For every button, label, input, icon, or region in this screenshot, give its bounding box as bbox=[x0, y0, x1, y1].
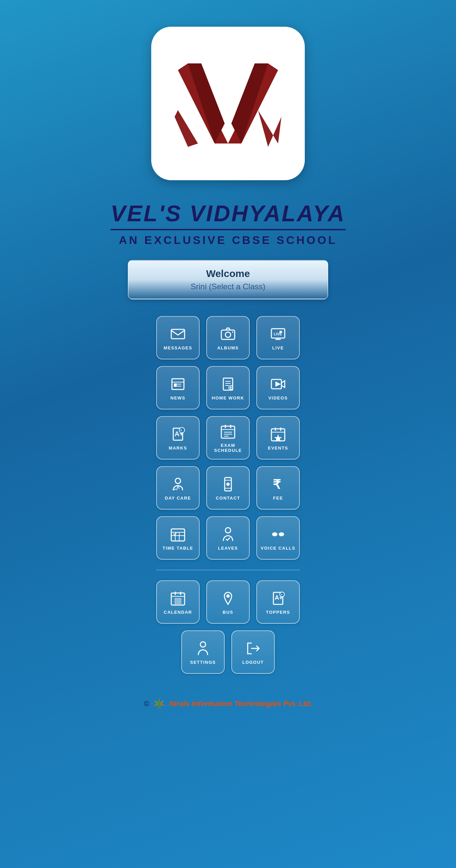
homework-label: HOME WORK bbox=[212, 396, 244, 400]
live-label: LIVE bbox=[272, 345, 284, 350]
videos-button[interactable]: VIDEOS bbox=[256, 366, 300, 409]
examschedule-button[interactable]: EXAM SCHEDULE bbox=[206, 416, 250, 460]
svg-point-77 bbox=[200, 642, 206, 647]
svg-marker-29 bbox=[275, 381, 281, 387]
copyright-symbol: © bbox=[144, 700, 149, 708]
button-row-2: NEWS HOME WORK bbox=[156, 366, 300, 409]
marks-label: MARKS bbox=[169, 445, 187, 451]
footer-logo-icon bbox=[153, 697, 166, 711]
calendar-label: CALENDAR bbox=[164, 610, 192, 615]
button-row-5: TIME TABLE LEAVES VOICE CALLS bbox=[156, 516, 300, 560]
leaves-button[interactable]: LEAVES bbox=[206, 516, 250, 560]
events-icon bbox=[269, 426, 287, 443]
events-label: EVENTS bbox=[268, 445, 288, 451]
welcome-greeting: Welcome bbox=[139, 268, 317, 279]
fee-icon: ₹ bbox=[269, 475, 287, 493]
svg-marker-80 bbox=[155, 699, 163, 709]
contact-button[interactable]: CONTACT bbox=[206, 466, 250, 509]
svg-rect-6 bbox=[171, 330, 185, 339]
settings-button[interactable]: SETTINGS bbox=[181, 630, 225, 674]
leaves-icon bbox=[219, 526, 237, 543]
logo-box bbox=[151, 27, 305, 180]
fee-label: FEE bbox=[273, 496, 283, 501]
settings-icon bbox=[194, 640, 212, 657]
calendar-button[interactable]: CALENDAR bbox=[156, 580, 200, 624]
button-row-3: A+ + MARKS EXAM SCHEDULE bbox=[156, 416, 300, 460]
svg-rect-19 bbox=[174, 383, 177, 387]
albums-button[interactable]: ALBUMS bbox=[206, 316, 250, 360]
svg-marker-1 bbox=[188, 63, 225, 144]
live-icon: LIVE bbox=[269, 326, 287, 343]
daycare-label: DAY CARE bbox=[165, 496, 191, 501]
svg-marker-4 bbox=[175, 110, 198, 147]
logout-label: LOGOUT bbox=[242, 660, 264, 665]
toppers-icon: A+ + bbox=[269, 590, 287, 607]
leaves-label: LEAVES bbox=[218, 546, 238, 551]
svg-text:+: + bbox=[180, 429, 182, 432]
toppers-button[interactable]: A+ + TOPPERS bbox=[256, 580, 300, 624]
svg-point-72 bbox=[226, 594, 230, 598]
svg-rect-54 bbox=[171, 529, 185, 541]
voicecalls-button[interactable]: VOICE CALLS bbox=[256, 516, 300, 560]
button-row-1: MESSAGES ALBUMS LIVE bbox=[156, 316, 300, 360]
camera-icon bbox=[219, 326, 237, 343]
albums-label: ALBUMS bbox=[217, 345, 239, 350]
marks-icon: A+ + bbox=[169, 426, 187, 443]
voicecalls-label: VOICE CALLS bbox=[261, 546, 296, 551]
svg-point-52 bbox=[226, 483, 230, 486]
logout-button[interactable]: LOGOUT bbox=[231, 630, 275, 674]
svg-point-60 bbox=[272, 532, 277, 536]
buttons-section: MESSAGES ALBUMS LIVE bbox=[156, 316, 300, 674]
bus-icon bbox=[219, 590, 237, 607]
school-subtitle: AN EXCLUSIVE CBSE SCHOOL bbox=[119, 234, 337, 247]
marks-button[interactable]: A+ + MARKS bbox=[156, 416, 200, 460]
divider bbox=[156, 570, 300, 570]
button-row-7: SETTINGS LOGOUT bbox=[181, 630, 275, 674]
news-label: NEWS bbox=[171, 396, 186, 400]
daycare-icon bbox=[169, 475, 187, 493]
svg-marker-5 bbox=[258, 110, 281, 147]
timetable-icon bbox=[169, 526, 187, 543]
examschedule-icon bbox=[219, 423, 237, 440]
newspaper-icon bbox=[169, 375, 187, 393]
voicecalls-icon bbox=[269, 526, 287, 543]
fee-button[interactable]: ₹ FEE bbox=[256, 466, 300, 509]
svg-point-61 bbox=[279, 532, 284, 536]
logo-section bbox=[0, 0, 456, 200]
messages-label: MESSAGES bbox=[163, 345, 192, 350]
toppers-label: TOPPERS bbox=[266, 610, 290, 615]
svg-point-9 bbox=[232, 331, 233, 333]
svg-point-14 bbox=[279, 331, 282, 333]
daycare-button[interactable]: DAY CARE bbox=[156, 466, 200, 509]
settings-label: SETTINGS bbox=[190, 660, 216, 665]
bus-label: BUS bbox=[223, 610, 233, 615]
footer: © Nirals Information Technologies Pvt. L… bbox=[0, 690, 456, 720]
examschedule-label: EXAM SCHEDULE bbox=[207, 443, 249, 453]
news-button[interactable]: NEWS bbox=[156, 366, 200, 409]
svg-text:+: + bbox=[281, 593, 283, 596]
button-row-4: DAY CARE CONTACT ₹ FEE bbox=[156, 466, 300, 509]
timetable-button[interactable]: TIME TABLE bbox=[156, 516, 200, 560]
svg-point-46 bbox=[175, 478, 181, 484]
title-section: VEL'S VIDHYALAYA AN EXCLUSIVE CBSE SCHOO… bbox=[111, 200, 345, 247]
video-icon bbox=[269, 375, 287, 393]
svg-point-59 bbox=[225, 528, 231, 533]
events-button[interactable]: EVENTS bbox=[256, 416, 300, 460]
footer-company-name: Nirals Information Technologies Pvt. Ltd… bbox=[169, 700, 312, 708]
welcome-box: Welcome Srini (Select a Class) bbox=[128, 260, 328, 299]
logout-icon bbox=[244, 640, 262, 657]
svg-marker-3 bbox=[231, 63, 268, 144]
timetable-label: TIME TABLE bbox=[162, 546, 193, 551]
messages-button[interactable]: MESSAGES bbox=[156, 316, 200, 360]
button-row-6: CALENDAR BUS A+ + TOPPERS bbox=[156, 580, 300, 624]
homework-icon bbox=[219, 375, 237, 393]
welcome-user: Srini (Select a Class) bbox=[139, 282, 317, 291]
live-button[interactable]: LIVE LIVE bbox=[256, 316, 300, 360]
homework-button[interactable]: HOME WORK bbox=[206, 366, 250, 409]
videos-label: VIDEOS bbox=[268, 396, 288, 400]
bus-button[interactable]: BUS bbox=[206, 580, 250, 624]
app-logo bbox=[168, 43, 288, 163]
calendar-icon bbox=[169, 590, 187, 607]
contact-icon bbox=[219, 475, 237, 493]
contact-label: CONTACT bbox=[216, 496, 240, 501]
